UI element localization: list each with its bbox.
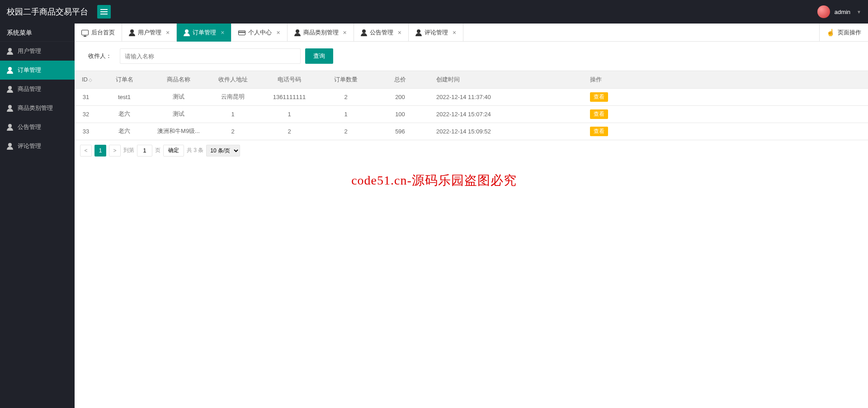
- goto-confirm-button[interactable]: 确定: [163, 145, 184, 157]
- cell-action: 查看: [581, 88, 868, 105]
- search-label: 收件人：: [88, 52, 112, 60]
- user-icon: [294, 29, 301, 36]
- user-icon: [7, 105, 13, 111]
- cell-time: 2022-12-14 15:09:52: [427, 123, 581, 140]
- th-id[interactable]: ID◇: [75, 71, 97, 88]
- tab-label: 个人中心: [248, 28, 272, 37]
- search-button[interactable]: 查询: [305, 48, 333, 64]
- pointer-icon: [826, 28, 835, 37]
- chevron-down-icon: ▼: [857, 9, 861, 14]
- app-title: 校园二手商品交易平台: [7, 6, 88, 17]
- tab-label: 订单管理: [193, 28, 216, 37]
- sidebar-item-categories[interactable]: 商品类别管理: [0, 99, 75, 118]
- cell-name: test1: [97, 88, 151, 105]
- tab-label: 公告管理: [370, 28, 393, 37]
- cell-time: 2022-12-14 11:37:40: [427, 88, 581, 105]
- sidebar-item-label: 订单管理: [18, 66, 41, 74]
- sidebar-item-products[interactable]: 商品管理: [0, 80, 75, 99]
- user-menu[interactable]: admin ▼: [817, 5, 861, 18]
- tab-label: 用户管理: [138, 28, 161, 37]
- menu-toggle-button[interactable]: [97, 5, 111, 19]
- cell-quantity: 2: [319, 88, 373, 105]
- tab-home[interactable]: 后台首页: [75, 24, 122, 42]
- tabs-bar: 后台首页 用户管理 × 订单管理 × 个人中心 ×: [75, 24, 868, 42]
- tab-label: 商品类别管理: [303, 28, 339, 37]
- tab-label: 后台首页: [91, 28, 115, 37]
- view-button[interactable]: 查看: [590, 109, 608, 119]
- user-icon: [129, 29, 135, 36]
- user-icon: [7, 86, 13, 92]
- th-phone: 电话号码: [260, 71, 319, 88]
- th-quantity: 订单数量: [319, 71, 373, 88]
- sidebar-item-label: 商品类别管理: [18, 104, 53, 112]
- view-button[interactable]: 查看: [590, 92, 608, 102]
- close-icon[interactable]: ×: [276, 29, 280, 36]
- user-icon: [7, 67, 13, 73]
- sidebar-header: 系统菜单: [0, 24, 75, 42]
- sidebar: 系统菜单 用户管理 订单管理 商品管理 商品类别管理 公告管理 评论管理: [0, 24, 75, 408]
- goto-page-input[interactable]: [137, 145, 152, 157]
- cell-name: 老六: [97, 123, 151, 140]
- table-row: 33 老六 澳洲和牛M9级... 2 2 2 596 2022-12-14 15…: [75, 123, 868, 140]
- total-count: 共 3 条: [187, 147, 203, 154]
- cell-price: 100: [373, 105, 427, 123]
- close-icon[interactable]: ×: [343, 29, 347, 36]
- close-icon[interactable]: ×: [221, 29, 224, 36]
- pagination: < 1 > 到第 页 确定 共 3 条 10 条/页: [75, 140, 868, 161]
- cell-price: 596: [373, 123, 427, 140]
- cell-quantity: 2: [319, 123, 373, 140]
- tab-orders[interactable]: 订单管理 ×: [177, 24, 231, 42]
- table-row: 31 test1 测试 云南昆明 1361111111 2 200 2022-1…: [75, 88, 868, 105]
- th-product: 商品名称: [151, 71, 206, 88]
- close-icon[interactable]: ×: [453, 29, 456, 36]
- cell-quantity: 1: [319, 105, 373, 123]
- cell-id: 31: [75, 88, 97, 105]
- per-page-select[interactable]: 10 条/页: [206, 145, 240, 157]
- sort-icon: ◇: [89, 77, 92, 82]
- search-input[interactable]: [120, 48, 301, 64]
- close-icon[interactable]: ×: [166, 29, 170, 36]
- sidebar-item-label: 评论管理: [18, 142, 41, 150]
- cell-action: 查看: [581, 105, 868, 123]
- th-time: 创建时间: [427, 71, 581, 88]
- user-icon: [7, 124, 13, 130]
- cell-phone: 1361111111: [260, 88, 319, 105]
- cell-phone: 2: [260, 123, 319, 140]
- tab-announcements[interactable]: 公告管理 ×: [354, 24, 409, 42]
- user-icon: [361, 29, 367, 36]
- prev-page-button[interactable]: <: [80, 145, 92, 157]
- next-page-button[interactable]: >: [109, 145, 121, 157]
- cell-address: 2: [206, 123, 260, 140]
- sidebar-item-orders[interactable]: 订单管理: [0, 61, 75, 80]
- tab-label: 评论管理: [425, 28, 448, 37]
- view-button[interactable]: 查看: [590, 127, 608, 136]
- tab-comments[interactable]: 评论管理 ×: [409, 24, 463, 42]
- page-number[interactable]: 1: [94, 145, 106, 157]
- sidebar-item-announcements[interactable]: 公告管理: [0, 118, 75, 137]
- table-row: 32 老六 测试 1 1 1 100 2022-12-14 15:07:24 查…: [75, 105, 868, 123]
- page-operations-button[interactable]: 页面操作: [819, 24, 868, 42]
- page-ops-label: 页面操作: [838, 28, 861, 37]
- sidebar-item-users[interactable]: 用户管理: [0, 42, 75, 61]
- username: admin: [835, 9, 850, 15]
- tab-users[interactable]: 用户管理 ×: [122, 24, 177, 42]
- tab-categories[interactable]: 商品类别管理 ×: [288, 24, 354, 42]
- monitor-icon: [81, 30, 89, 35]
- cell-id: 33: [75, 123, 97, 140]
- user-icon: [184, 29, 190, 36]
- header: 校园二手商品交易平台 admin ▼: [0, 0, 868, 24]
- th-action: 操作: [581, 71, 868, 88]
- orders-table: ID◇ 订单名 商品名称 收件人地址 电话号码 订单数量 总价 创建时间 操作 …: [75, 71, 868, 140]
- page-label: 页: [155, 147, 160, 154]
- sidebar-item-comments[interactable]: 评论管理: [0, 137, 75, 156]
- tab-profile[interactable]: 个人中心 ×: [231, 24, 287, 42]
- close-icon[interactable]: ×: [398, 29, 401, 36]
- sidebar-item-label: 商品管理: [18, 85, 41, 93]
- avatar: [817, 5, 830, 18]
- th-address: 收件人地址: [206, 71, 260, 88]
- cell-address: 1: [206, 105, 260, 123]
- th-name: 订单名: [97, 71, 151, 88]
- user-icon: [7, 143, 13, 149]
- card-icon: [238, 30, 245, 35]
- cell-name: 老六: [97, 105, 151, 123]
